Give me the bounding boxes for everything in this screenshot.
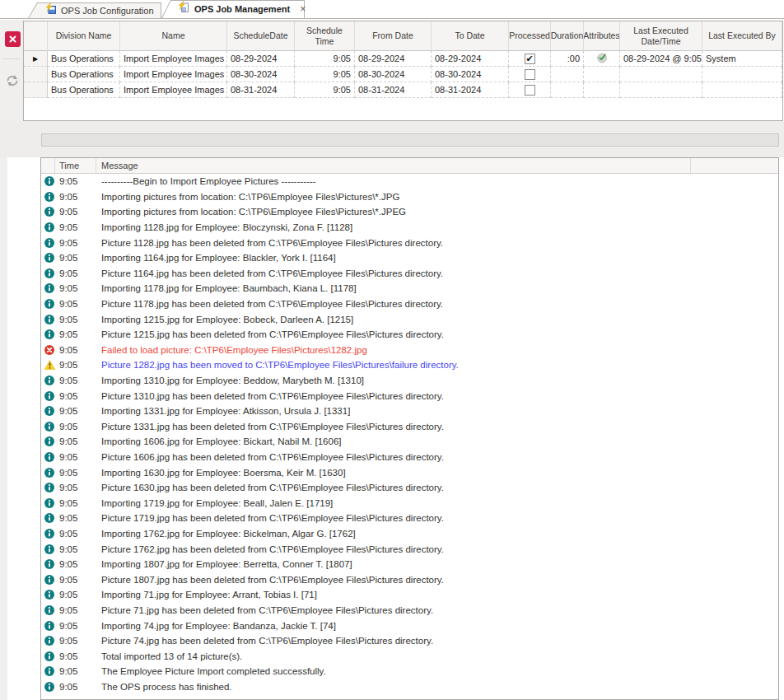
log-row[interactable]: 9:05 Picture 1606.jpg has been deleted f…: [41, 450, 778, 465]
log-row[interactable]: 9:05 The Employee Picture Import complet…: [41, 664, 778, 679]
log-row[interactable]: 9:05 Picture 1310.jpg has been deleted f…: [41, 388, 778, 404]
log-message: Picture 1331.jpg has been deleted from C…: [96, 422, 444, 432]
log-message: The OPS process has finished.: [96, 682, 232, 692]
log-row[interactable]: 9:05 The OPS process has finished.: [41, 679, 778, 695]
toolbar-separator: [2, 58, 21, 59]
info-icon: [44, 529, 54, 539]
close-icon: [8, 32, 17, 47]
cell-from-date: 08-29-2024: [355, 51, 432, 67]
log-row[interactable]: 9:05 Picture 1630.jpg has been deleted f…: [41, 480, 778, 496]
tab-ops-job-management[interactable]: OPS Job Management ×: [161, 0, 305, 18]
info-icon: [44, 268, 54, 278]
log-row[interactable]: 9:05 Picture 1719.jpg has been deleted f…: [41, 511, 778, 526]
log-row[interactable]: 9:05 Total imported 13 of 14 picture(s).: [41, 648, 778, 664]
column-header-schedule-time[interactable]: Schedule Time: [295, 21, 355, 51]
log-row[interactable]: 9:05 Picture 71.jpg has been deleted fro…: [41, 603, 778, 618]
log-message: Picture 1215.jpg has been deleted from C…: [96, 329, 444, 339]
log-row[interactable]: 9:05 Failed to load picture: C:\TP6\Empl…: [41, 343, 778, 358]
log-message: Picture 1128.jpg has been deleted from C…: [96, 238, 443, 248]
tab-close-icon[interactable]: ×: [300, 4, 306, 14]
processed-checkbox[interactable]: [525, 69, 535, 80]
info-icon: [44, 651, 54, 661]
log-row[interactable]: 9:05 Importing pictures from location: C…: [41, 204, 778, 220]
log-row[interactable]: 9:05 Picture 1282.jpg has been moved to …: [41, 357, 778, 373]
log-row[interactable]: 9:05 Importing 1310.jpg for Employee: Be…: [41, 373, 778, 389]
cell-duration: [551, 67, 584, 82]
log-row[interactable]: 9:05 ----------Begin to Import Employee …: [41, 174, 778, 189]
log-time: 9:05: [55, 268, 96, 278]
processed-checkbox[interactable]: ✔: [525, 54, 535, 64]
info-icon: [44, 406, 54, 416]
log-row[interactable]: 9:05 Importing 1164.jpg for Employee: Bl…: [41, 250, 778, 266]
column-header-processed[interactable]: Processed: [509, 21, 551, 51]
info-icon: [44, 207, 54, 217]
column-header-division-name[interactable]: Division Name: [48, 21, 120, 51]
log-row[interactable]: 9:05 Picture 74.jpg has been deleted fro…: [41, 633, 778, 649]
info-icon: [44, 422, 54, 432]
column-header-last-executed-by[interactable]: Last Executed By: [702, 21, 782, 51]
cell-from-date: 08-31-2024: [355, 82, 432, 98]
info-icon: [44, 329, 54, 339]
log-time: 9:05: [55, 605, 96, 615]
log-row[interactable]: 9:05 Picture 1331.jpg has been deleted f…: [41, 419, 778, 435]
log-row[interactable]: 9:05 Picture 1762.jpg has been deleted f…: [41, 541, 778, 557]
column-header-schedule-date[interactable]: ScheduleDate: [227, 21, 295, 51]
log-row[interactable]: 9:05 Importing pictures from location: C…: [41, 189, 778, 205]
log-row[interactable]: 9:05 Importing 1719.jpg for Employee: Be…: [41, 495, 778, 511]
cell-name: Import Employee Images: [120, 82, 227, 98]
log-row[interactable]: 9:05 Picture 1128.jpg has been deleted f…: [41, 235, 778, 250]
tab-ops-job-configuration[interactable]: OPS Job Configuration: [28, 2, 161, 18]
close-button[interactable]: [5, 31, 21, 47]
splitter-bar[interactable]: [41, 133, 779, 147]
jobs-grid: Division Name Name ScheduleDate Schedule…: [23, 21, 783, 121]
cell-attributes: [584, 67, 620, 82]
log-row[interactable]: 9:05 Importing 1630.jpg for Employee: Bo…: [41, 464, 778, 480]
success-check-icon: [596, 52, 608, 65]
processed-checkbox[interactable]: [525, 85, 535, 96]
table-row[interactable]: Bus Operations Import Employee Images 08…: [24, 82, 782, 98]
log-row[interactable]: 9:05 Importing 1762.jpg for Employee: Bi…: [41, 526, 778, 542]
column-header-severity-icon: [41, 158, 55, 173]
log-row[interactable]: 9:05 Importing 71.jpg for Employee: Arra…: [41, 587, 778, 603]
log-time: 9:05: [55, 682, 96, 692]
info-icon: [44, 253, 54, 263]
log-time: 9:05: [55, 666, 96, 676]
log-row[interactable]: 9:05 Importing 1215.jpg for Employee: Bo…: [41, 311, 778, 327]
log-row[interactable]: 9:05 Picture 1164.jpg has been deleted f…: [41, 266, 778, 282]
column-header-time[interactable]: Time: [55, 158, 96, 173]
severity-icon-cell: [41, 253, 55, 263]
tab-bar: OPS Job Configuration OPS Job Management…: [0, 0, 784, 19]
row-selector-cell: [24, 82, 48, 98]
info-icon: [44, 222, 54, 232]
log-row[interactable]: 9:05 Importing 1807.jpg for Employee: Be…: [41, 557, 778, 572]
log-row[interactable]: 9:05 Importing 1178.jpg for Employee: Ba…: [41, 281, 778, 296]
column-header-name[interactable]: Name: [120, 21, 227, 51]
log-time: 9:05: [55, 299, 96, 309]
column-header-spacer: [691, 158, 778, 173]
refresh-button[interactable]: [4, 74, 21, 91]
log-row[interactable]: 9:05 Picture 1215.jpg has been deleted f…: [41, 327, 778, 343]
info-icon: [44, 452, 54, 462]
column-header-from-date[interactable]: From Date: [355, 21, 432, 51]
log-time: 9:05: [55, 253, 96, 263]
refresh-icon: [5, 73, 20, 91]
log-row[interactable]: 9:05 Picture 1807.jpg has been deleted f…: [41, 572, 778, 587]
log-row[interactable]: 9:05 Picture 1178.jpg has been deleted f…: [41, 296, 778, 312]
severity-icon-cell: [41, 483, 55, 492]
column-header-message[interactable]: Message: [96, 158, 691, 173]
column-header-to-date[interactable]: To Date: [432, 21, 509, 51]
column-header-last-executed-date-time[interactable]: Last Executed Date/Time: [620, 21, 702, 51]
column-header-duration[interactable]: Duration: [551, 21, 584, 51]
severity-icon-cell: [41, 452, 55, 462]
log-row[interactable]: 9:05 Importing 1128.jpg for Employee: Bl…: [41, 220, 778, 236]
column-header-attributes[interactable]: Attributes: [584, 21, 620, 51]
severity-icon-cell: [41, 605, 55, 615]
table-row[interactable]: Bus Operations Import Employee Images 08…: [24, 67, 782, 82]
severity-icon-cell: [41, 544, 55, 554]
severity-icon-cell: [41, 575, 55, 585]
log-row[interactable]: 9:05 Importing 1606.jpg for Employee: Bi…: [41, 434, 778, 450]
log-row[interactable]: 9:05 Importing 1331.jpg for Employee: At…: [41, 404, 778, 419]
row-selector-cell: [24, 67, 48, 82]
log-row[interactable]: 9:05 Importing 74.jpg for Employee: Band…: [41, 618, 778, 633]
table-row[interactable]: ▶ Bus Operations Import Employee Images …: [24, 51, 782, 67]
